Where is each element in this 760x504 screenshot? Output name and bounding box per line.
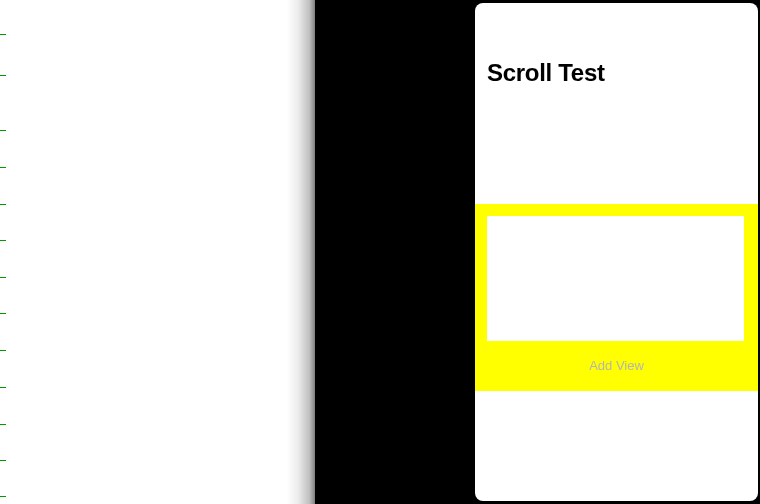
left-marker xyxy=(0,130,6,131)
main-card: Scroll Test Add View xyxy=(475,3,758,501)
left-panel xyxy=(0,0,315,504)
left-marker xyxy=(0,387,6,388)
left-marker xyxy=(0,277,6,278)
panel-shadow xyxy=(287,0,315,504)
yellow-section: Add View xyxy=(475,204,758,391)
add-view-button[interactable]: Add View xyxy=(475,358,758,373)
left-markers xyxy=(0,0,8,504)
left-marker xyxy=(0,496,6,497)
left-marker xyxy=(0,350,6,351)
left-marker xyxy=(0,460,6,461)
left-marker xyxy=(0,204,6,205)
left-marker xyxy=(0,167,6,168)
left-marker xyxy=(0,313,6,314)
inner-content-area[interactable] xyxy=(487,216,744,341)
left-marker xyxy=(0,424,6,425)
left-marker xyxy=(0,240,6,241)
left-marker xyxy=(0,34,6,35)
page-title: Scroll Test xyxy=(487,59,605,87)
left-marker xyxy=(0,75,6,76)
